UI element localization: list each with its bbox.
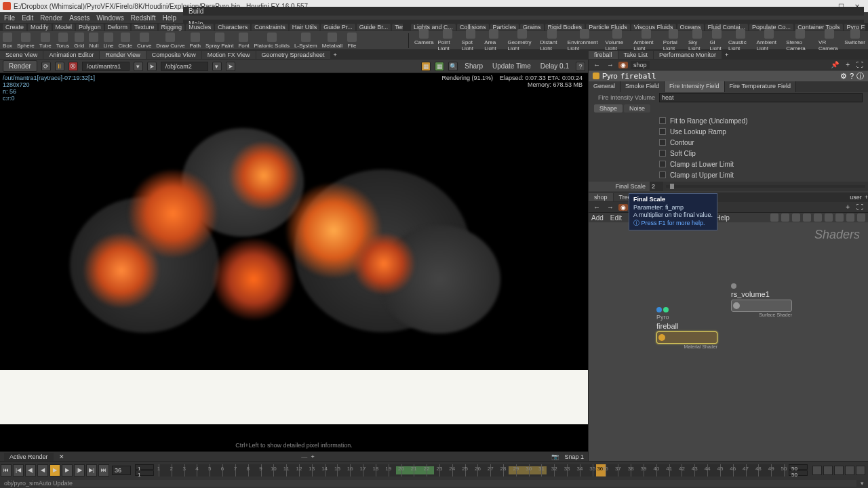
shelf-tool-volume-light[interactable]: Volume Light — [606, 29, 630, 52]
menu-edit[interactable]: Edit — [22, 14, 33, 22]
correction-label[interactable]: Sharp — [462, 62, 486, 70]
close-snap-icon[interactable]: ✕ — [59, 453, 64, 460]
rop-path[interactable]: /out/mantra1 — [82, 62, 130, 71]
right-tab-2[interactable]: Performance Monitor — [654, 51, 722, 59]
rop-menu-icon[interactable]: ▾ — [134, 62, 143, 71]
camera-jump-icon[interactable]: ➤ — [226, 62, 235, 71]
shelf-tab-left-8[interactable]: Characters — [215, 24, 250, 30]
shelf-tab-left-11[interactable]: Guide Pr... — [321, 24, 355, 30]
range-start[interactable]: 1 — [135, 464, 154, 470]
node-help-icon[interactable]: ? — [850, 72, 854, 80]
menu-redshift[interactable]: Redshift — [131, 14, 156, 22]
shelf-tool-path[interactable]: Path — [190, 33, 201, 49]
shelf-tool-point-light[interactable]: Point Light — [437, 29, 457, 52]
global-end[interactable]: 50 — [789, 470, 808, 476]
camera-path[interactable]: /obj/cam2 — [161, 62, 208, 71]
net-expand-icon[interactable]: ⛶ — [854, 203, 865, 211]
shelf-tab-left-0[interactable]: Create — [3, 24, 26, 30]
nav-fwd-icon[interactable]: → — [605, 61, 616, 68]
left-tab-5[interactable]: Geometry Spreadsheet — [256, 51, 330, 59]
render-button[interactable]: Render — [3, 60, 37, 72]
nav-back-icon[interactable]: ← — [591, 61, 602, 68]
shelf-tool-box[interactable]: Box — [3, 33, 12, 49]
add-pane-tab-right[interactable]: + — [725, 52, 728, 58]
active-render-tab[interactable]: Active Render — [4, 453, 54, 461]
menu-windows[interactable]: Windows — [96, 14, 124, 22]
snapshot-icon[interactable]: 📷 — [551, 453, 559, 460]
menu-render[interactable]: Render — [40, 14, 62, 22]
final-scale-slider[interactable] — [666, 185, 865, 188]
net-ico-5[interactable] — [814, 214, 822, 222]
subtab-shape[interactable]: Shape — [594, 104, 623, 113]
shelf-tool-tube[interactable]: Tube — [39, 33, 52, 49]
pin-icon[interactable]: 📌 — [829, 61, 841, 68]
refresh-icon[interactable]: ⟳ — [41, 62, 51, 71]
shelf-tool-curve[interactable]: Curve — [137, 33, 151, 49]
net-menu-edit[interactable]: Edit — [610, 214, 622, 222]
network-add[interactable]: + — [865, 194, 868, 201]
menu-file[interactable]: File — [4, 14, 15, 22]
help-icon[interactable]: ? — [576, 62, 585, 71]
camera-menu-icon[interactable]: ▾ — [212, 62, 222, 71]
net-context-icon[interactable]: ◉ — [618, 204, 628, 211]
step-back-button[interactable]: ◀| — [25, 464, 36, 476]
left-tab-3[interactable]: Composite View — [146, 51, 201, 59]
shelf-tab-left-13[interactable]: Terrain FX — [392, 24, 403, 30]
node-fireball[interactable]: Pyro fireball Material Shader — [656, 307, 717, 349]
shelf-tool-camera[interactable]: Camera — [414, 29, 433, 52]
desktop-build[interactable]: Build — [183, 7, 864, 16]
right-tab-1[interactable]: Take List — [618, 51, 654, 59]
shelf-tab-left-4[interactable]: Deform — [105, 24, 131, 30]
scope-icon[interactable] — [845, 466, 854, 475]
shelf-tool-sphere[interactable]: Sphere — [17, 33, 35, 49]
shelf-tool-platonic-solids[interactable]: Platonic Solids — [254, 33, 289, 49]
shelf-tool-line[interactable]: Line — [103, 33, 113, 49]
fire-intensity-volume-input[interactable] — [659, 93, 863, 102]
net-ico-7[interactable] — [835, 214, 844, 222]
last-frame-button[interactable]: ⏭ — [98, 464, 109, 476]
zoom-icon[interactable]: 🔍 — [448, 62, 458, 71]
network-view[interactable]: Shaders rs_volume1 Surface Shader Pyro f… — [589, 222, 868, 461]
check-0[interactable] — [659, 117, 666, 124]
render-viewport[interactable]: /out/mantra1[raytrace]-07:19:32[1] 1280x… — [0, 73, 588, 451]
shelf-tool-metaball[interactable]: Metaball — [322, 33, 342, 49]
step-fwd-button[interactable]: |▶ — [74, 464, 85, 476]
snapshot-icon[interactable]: ▦ — [421, 62, 431, 71]
subtab-noise[interactable]: Noise — [624, 104, 650, 113]
net-ico-3[interactable] — [792, 214, 800, 222]
shelf-tool-area-light[interactable]: Area Light — [484, 29, 503, 52]
net-ico-6[interactable] — [825, 214, 833, 222]
shelf-tool-sky-light[interactable]: Sky Light — [688, 29, 705, 52]
realtime-icon[interactable] — [812, 466, 822, 475]
shelf-tool-vr-camera[interactable]: VR Camera — [818, 29, 840, 52]
shelf-tool-draw-curve[interactable]: Draw Curve — [156, 33, 184, 49]
net-ico-2[interactable] — [781, 214, 789, 222]
check-2[interactable] — [659, 139, 666, 146]
stop-icon[interactable]: ⦿ — [68, 62, 78, 71]
final-scale-value[interactable]: 2 — [650, 182, 663, 191]
left-tab-2[interactable]: Render View — [100, 51, 145, 59]
shelf-tab-left-12[interactable]: Guide Br... — [357, 24, 391, 30]
snap-label[interactable]: Snap 1 — [564, 453, 584, 460]
shelf-tool-geometry-light[interactable]: Geometry Light — [507, 29, 536, 52]
shelf-tab-left-2[interactable]: Model — [53, 24, 75, 30]
key-icon[interactable] — [834, 466, 844, 475]
shelf-tab-left-9[interactable]: Constraints — [252, 24, 288, 30]
context-icon[interactable]: ◉ — [618, 62, 628, 68]
shelf-tab-left-10[interactable]: Hair Utils — [290, 24, 320, 30]
shelf-tool-null[interactable]: Null — [89, 33, 98, 49]
expand-icon[interactable]: ⛶ — [854, 61, 865, 68]
add-pane-tab[interactable]: + — [334, 52, 337, 58]
node-info-icon[interactable]: ⓘ — [856, 71, 864, 81]
first-frame-button[interactable]: ⏮ — [1, 464, 12, 476]
update-time[interactable]: Update Time — [490, 62, 534, 70]
shelf-tab-left-3[interactable]: Polygon — [76, 24, 104, 30]
add-snap[interactable]: + — [311, 453, 314, 460]
node-name[interactable]: fireball — [620, 72, 656, 81]
rop-jump-icon[interactable]: ➤ — [147, 62, 157, 71]
menu-assets[interactable]: Assets — [69, 14, 90, 22]
network-tab-shop[interactable]: shop — [589, 193, 613, 201]
shelf-tab-left-5[interactable]: Texture — [132, 24, 157, 30]
shelf-tab-left-1[interactable]: Modify — [28, 24, 52, 30]
audio-icon[interactable] — [823, 466, 833, 475]
